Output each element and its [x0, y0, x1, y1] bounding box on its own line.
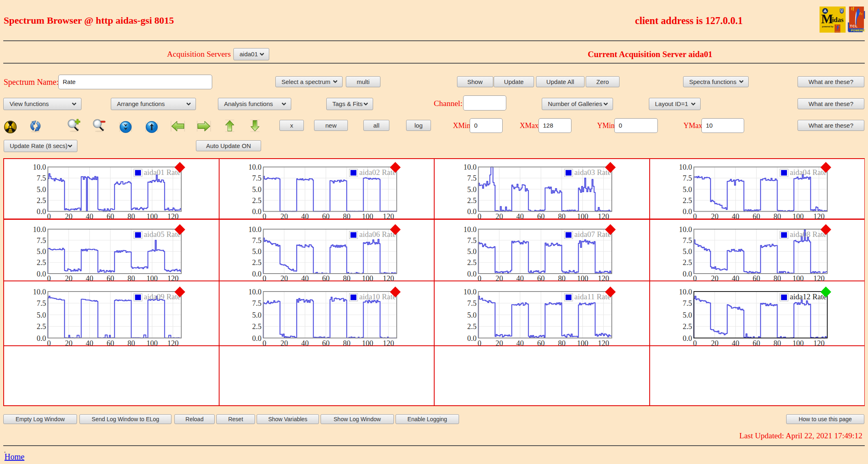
svg-text:5.0: 5.0: [252, 311, 261, 319]
svg-text:100: 100: [577, 212, 589, 221]
svg-text:2.5: 2.5: [252, 323, 261, 331]
svg-text:40: 40: [86, 212, 94, 221]
svg-text:5.0: 5.0: [37, 186, 46, 194]
svg-text:SunLab: SunLab: [835, 31, 840, 33]
svg-text:aida04 Rate: aida04 Rate: [790, 168, 826, 177]
svg-text:120: 120: [382, 212, 394, 221]
svg-text:10.0: 10.0: [33, 163, 46, 171]
svg-text:7.5: 7.5: [682, 174, 692, 182]
svg-text:2.5: 2.5: [467, 323, 477, 331]
svg-text:2.5: 2.5: [37, 197, 46, 205]
svg-text:10.0: 10.0: [248, 163, 261, 171]
svg-text:7.5: 7.5: [252, 299, 261, 307]
svg-text:7.5: 7.5: [252, 174, 261, 182]
svg-text:10.0: 10.0: [33, 287, 46, 296]
svg-text:5.0: 5.0: [37, 311, 46, 319]
svg-text:10.0: 10.0: [679, 287, 692, 296]
svg-text:0.0: 0.0: [37, 334, 46, 342]
svg-text:7.5: 7.5: [682, 299, 692, 307]
svg-text:20: 20: [280, 212, 288, 221]
svg-text:0.0: 0.0: [682, 208, 692, 216]
svg-text:M: M: [821, 12, 833, 26]
svg-text:POWERED: POWERED: [851, 29, 865, 32]
svg-text:5.0: 5.0: [467, 186, 477, 194]
svg-text:0: 0: [262, 212, 266, 221]
svg-text:aida10 Rate: aida10 Rate: [359, 292, 396, 301]
svg-text:10.0: 10.0: [248, 287, 261, 296]
svg-text:60: 60: [322, 212, 330, 221]
svg-text:20: 20: [495, 212, 503, 221]
svg-text:40: 40: [301, 212, 309, 221]
svg-text:0.0: 0.0: [467, 270, 477, 278]
svg-text:60: 60: [537, 212, 545, 221]
svg-text:2.5: 2.5: [682, 197, 692, 205]
svg-text:TCL: TCL: [850, 24, 858, 28]
svg-text:0.0: 0.0: [467, 208, 477, 216]
svg-text:0: 0: [693, 212, 697, 221]
svg-text:7.5: 7.5: [37, 236, 46, 245]
svg-text:7.5: 7.5: [37, 299, 46, 307]
svg-text:60: 60: [752, 212, 760, 221]
svg-text:5.0: 5.0: [467, 311, 477, 319]
svg-text:aida03 Rate: aida03 Rate: [574, 168, 611, 177]
svg-text:60: 60: [107, 212, 114, 221]
svg-text:2.5: 2.5: [37, 259, 46, 267]
svg-text:20: 20: [65, 212, 73, 221]
svg-text:0.0: 0.0: [252, 334, 261, 342]
svg-text:10.0: 10.0: [679, 163, 692, 171]
svg-text:aida11 Rate: aida11 Rate: [574, 292, 611, 301]
svg-text:aida01 Rate: aida01 Rate: [144, 168, 180, 177]
svg-text:2.5: 2.5: [37, 323, 46, 331]
svg-text:0.0: 0.0: [252, 270, 261, 278]
svg-text:7.5: 7.5: [682, 236, 692, 245]
svg-text:100: 100: [792, 212, 804, 221]
svg-text:80: 80: [558, 212, 566, 221]
svg-text:5.0: 5.0: [252, 247, 261, 256]
svg-text:7.5: 7.5: [467, 174, 477, 182]
svg-text:aida12 Rate: aida12 Rate: [790, 292, 826, 301]
svg-text:0.0: 0.0: [682, 334, 692, 342]
svg-text:0.0: 0.0: [252, 208, 261, 216]
svg-text:aida02 Rate: aida02 Rate: [359, 168, 396, 177]
svg-text:10.0: 10.0: [33, 225, 46, 234]
svg-text:20: 20: [711, 212, 719, 221]
svg-text:10.0: 10.0: [464, 225, 477, 234]
svg-text:2.5: 2.5: [252, 259, 261, 267]
svg-text:0.0: 0.0: [37, 270, 46, 278]
svg-text:2.5: 2.5: [682, 259, 692, 267]
svg-text:80: 80: [773, 212, 781, 221]
svg-text:5.0: 5.0: [682, 247, 692, 256]
svg-text:aida09 Rate: aida09 Rate: [144, 292, 180, 301]
svg-text:powered by: powered by: [822, 25, 833, 28]
svg-text:10.0: 10.0: [464, 163, 477, 171]
svg-text:0: 0: [47, 212, 51, 221]
svg-text:5.0: 5.0: [37, 247, 46, 256]
svg-text:7.5: 7.5: [37, 174, 46, 182]
svg-text:0.0: 0.0: [467, 334, 477, 342]
svg-text:120: 120: [598, 212, 609, 221]
svg-text:aida08 Rate: aida08 Rate: [790, 230, 826, 239]
svg-text:100: 100: [147, 212, 158, 221]
svg-text:aida05 Rate: aida05 Rate: [144, 230, 180, 239]
svg-text:10.0: 10.0: [248, 225, 261, 234]
svg-text:5.0: 5.0: [467, 247, 477, 256]
svg-text:40: 40: [732, 212, 739, 221]
svg-text:aida07 Rate: aida07 Rate: [574, 230, 611, 239]
svg-text:0: 0: [477, 212, 481, 221]
svg-text:5.0: 5.0: [252, 186, 261, 194]
svg-text:10.0: 10.0: [464, 287, 477, 296]
svg-text:100: 100: [362, 212, 373, 221]
svg-text:2.5: 2.5: [682, 323, 692, 331]
svg-text:80: 80: [343, 212, 350, 221]
svg-text:aida06 Rate: aida06 Rate: [359, 230, 396, 239]
svg-text:0.0: 0.0: [37, 208, 46, 216]
svg-text:2.5: 2.5: [467, 197, 477, 205]
svg-text:5.0: 5.0: [682, 186, 692, 194]
svg-text:2.5: 2.5: [252, 197, 261, 205]
svg-text:7.5: 7.5: [467, 299, 477, 307]
svg-text:120: 120: [167, 212, 179, 221]
svg-text:7.5: 7.5: [467, 236, 477, 245]
svg-text:0.0: 0.0: [682, 270, 692, 278]
svg-text:120: 120: [813, 212, 824, 221]
svg-text:80: 80: [127, 212, 135, 221]
